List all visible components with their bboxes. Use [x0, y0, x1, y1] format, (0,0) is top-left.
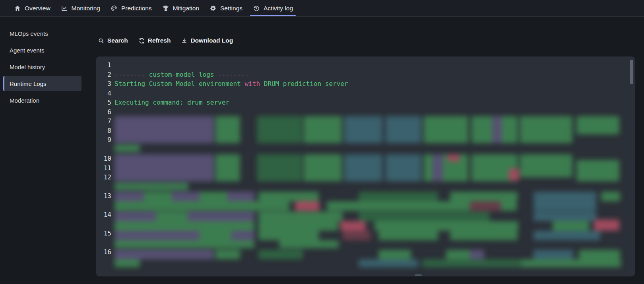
log-line — [114, 89, 348, 98]
line-number: 3 — [96, 79, 111, 89]
line-number — [96, 257, 111, 266]
sidebar-item-agent-events[interactable]: Agent events — [0, 42, 92, 58]
sidebar-item-mlops-events[interactable]: MLOps events — [0, 25, 92, 42]
redacted-blob — [386, 154, 421, 181]
redacted-blob — [114, 145, 140, 152]
gear-icon — [209, 5, 217, 12]
redacted-blob — [450, 192, 518, 201]
sidebar-item-model-history[interactable]: Model history — [0, 58, 92, 75]
redacted-blob — [114, 154, 214, 181]
redacted-blob — [215, 116, 240, 143]
redacted-blob — [533, 192, 596, 201]
line-number: 2 — [96, 70, 111, 80]
line-number: 1 — [96, 60, 111, 70]
line-number: 11 — [96, 163, 111, 173]
line-number — [96, 238, 111, 248]
redacted-blob — [200, 192, 227, 201]
redacted-blob — [344, 154, 382, 181]
tab-label: Settings — [220, 5, 242, 12]
refresh-button-label: Refresh — [148, 37, 171, 44]
redacted-blob — [433, 154, 443, 181]
sidebar-item-label: Model history — [10, 64, 45, 70]
sidebar-item-runtime-logs[interactable]: Runtime Logs — [3, 76, 81, 91]
redacted-blob — [344, 116, 382, 143]
tab-predictions[interactable]: Predictions — [105, 0, 157, 16]
log-text-segment: DRUM prediction server — [260, 80, 348, 88]
line-number: 7 — [96, 117, 111, 126]
line-number: 12 — [96, 173, 111, 182]
tab-label: Predictions — [121, 5, 152, 12]
line-number: 14 — [96, 210, 111, 220]
search-button-label: Search — [107, 37, 128, 44]
redacted-blob — [520, 116, 572, 143]
redacted-blob — [257, 116, 302, 143]
redacted-blob — [533, 250, 573, 259]
redacted-blob — [422, 259, 533, 267]
redacted-blob — [378, 250, 411, 259]
redacted-blob — [470, 201, 501, 211]
line-number: 16 — [96, 247, 111, 257]
line-number: 13 — [96, 191, 111, 201]
redacted-blob — [258, 212, 343, 221]
redacted-blob — [576, 160, 619, 181]
redacted-blob — [601, 192, 620, 201]
redacted-blob — [594, 220, 619, 231]
redacted-blob — [114, 221, 254, 231]
sidebar-item-label: Runtime Logs — [10, 80, 47, 87]
redacted-blob — [114, 240, 254, 248]
line-number: 15 — [96, 229, 111, 238]
redacted-blob — [215, 250, 240, 259]
log-gutter: 12345678910111213141516 — [96, 60, 111, 266]
tab-settings[interactable]: Settings — [204, 0, 248, 16]
top-navigation: Overview Monitoring Predictions Mitigati… — [0, 0, 644, 17]
line-number: 6 — [96, 107, 111, 117]
redacted-blob — [258, 231, 319, 240]
horizontal-scrollbar[interactable] — [415, 274, 422, 276]
redacted-blob — [386, 116, 421, 143]
redacted-blob — [448, 154, 460, 161]
search-button[interactable]: Search — [98, 37, 128, 44]
sidebar-item-label: MLOps events — [10, 30, 48, 37]
tab-activity-log[interactable]: Activity log — [248, 0, 298, 16]
line-number: 8 — [96, 126, 111, 136]
redacted-blob — [553, 221, 589, 231]
redacted-blob — [156, 212, 188, 221]
redacted-blob — [114, 259, 140, 267]
trophy-icon — [162, 5, 169, 12]
app-window: Overview Monitoring Predictions Mitigati… — [0, 0, 644, 284]
log-text-segment: -------- — [114, 71, 149, 78]
log-viewer[interactable]: 12345678910111213141516 -------- custom-… — [96, 56, 635, 276]
line-number: 10 — [96, 154, 111, 163]
log-category-sidebar: MLOps events Agent events Model history … — [0, 17, 92, 284]
line-number: 5 — [96, 98, 111, 107]
redacted-blob — [114, 183, 188, 190]
redacted-blob — [114, 250, 214, 259]
log-text-segment: Starting Custom Model environment — [114, 80, 245, 88]
tab-monitoring[interactable]: Monitoring — [56, 0, 105, 16]
log-text-segment: custom-model logs — [149, 71, 214, 78]
redacted-blob — [258, 250, 303, 259]
chart-icon — [61, 5, 68, 12]
line-number — [96, 201, 111, 210]
log-line: -------- custom-model logs -------- — [114, 70, 348, 80]
redacted-blob — [522, 259, 621, 267]
vertical-scrollbar[interactable] — [630, 60, 633, 84]
log-toolbar: Search Refresh Download Log — [98, 35, 233, 46]
line-number: 4 — [96, 89, 111, 98]
tab-mitigation[interactable]: Mitigation — [157, 0, 204, 16]
sidebar-item-label: Agent events — [10, 47, 45, 54]
line-number: 9 — [96, 135, 111, 145]
redacted-blob — [114, 201, 289, 211]
tab-label: Mitigation — [173, 5, 199, 12]
redacted-blob — [200, 231, 231, 240]
sidebar-item-moderation[interactable]: Moderation — [0, 92, 92, 109]
log-line — [114, 60, 348, 70]
refresh-button[interactable]: Refresh — [138, 37, 171, 44]
download-log-button[interactable]: Download Log — [181, 37, 233, 44]
redacted-blob — [114, 192, 254, 201]
log-lines: -------- custom-model logs --------Start… — [114, 60, 348, 117]
redacted-blob — [378, 231, 438, 240]
redacted-blob — [258, 221, 338, 231]
tab-overview[interactable]: Overview — [9, 0, 56, 16]
redacted-blob — [374, 221, 518, 231]
